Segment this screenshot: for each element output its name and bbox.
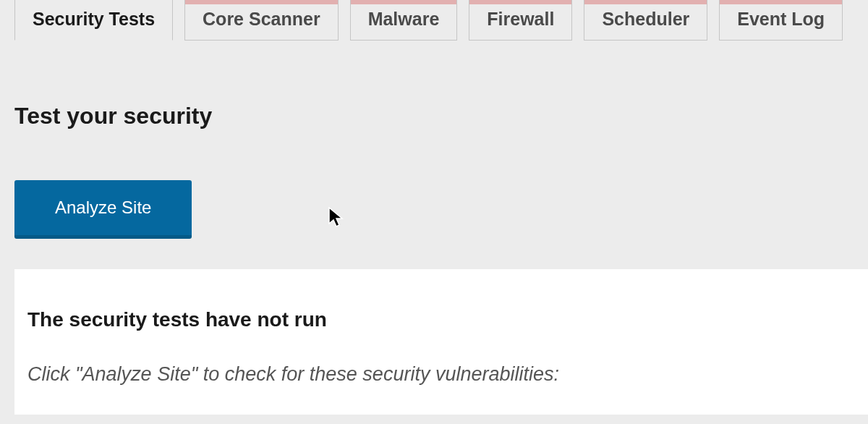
- results-heading: The security tests have not run: [27, 308, 868, 331]
- analyze-site-button[interactable]: Analyze Site: [14, 180, 192, 239]
- tab-scheduler[interactable]: Scheduler: [584, 0, 707, 41]
- tab-security-tests[interactable]: Security Tests: [14, 0, 173, 41]
- tab-malware[interactable]: Malware: [350, 0, 458, 41]
- page-title: Test your security: [14, 103, 868, 130]
- results-instruction: Click "Analyze Site" to check for these …: [27, 363, 868, 386]
- tab-bar: Security Tests Core Scanner Malware Fire…: [0, 0, 868, 41]
- results-panel: The security tests have not run Click "A…: [14, 269, 868, 415]
- tab-event-log[interactable]: Event Log: [719, 0, 843, 41]
- tab-firewall[interactable]: Firewall: [469, 0, 572, 41]
- cursor-icon: [328, 207, 344, 229]
- tab-core-scanner[interactable]: Core Scanner: [184, 0, 339, 41]
